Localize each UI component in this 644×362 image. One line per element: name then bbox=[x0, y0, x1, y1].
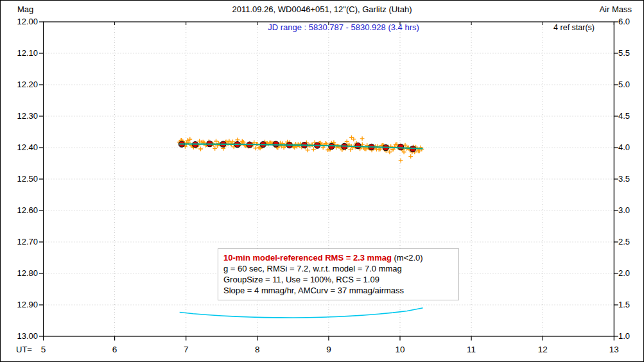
y-left-tick-label: 12.40 bbox=[1, 142, 38, 152]
y-right-tick-label: 3.0 bbox=[618, 205, 630, 215]
y-left-tick-label: 12.10 bbox=[1, 48, 38, 58]
group-mean-point bbox=[398, 144, 404, 150]
x-tick-label: 11 bbox=[457, 345, 485, 354]
x-tick-label: 5 bbox=[30, 345, 58, 354]
x-tick-label: 10 bbox=[386, 345, 414, 354]
y-right-tick-label: 4.5 bbox=[618, 111, 630, 121]
y-left-tick-label: 12.90 bbox=[1, 300, 38, 309]
plot-area bbox=[1, 1, 644, 362]
light-curve-chart: Mag 2011.09.26, WD0046+051, 12"(C), Garl… bbox=[0, 0, 644, 362]
y-left-tick-label: 12.60 bbox=[1, 205, 38, 215]
annotation-rms-line: 10-min model-referenced RMS = 2.3 mmag (… bbox=[223, 252, 453, 263]
x-tick-label: 13 bbox=[600, 345, 628, 354]
y-left-tick-label: 12.80 bbox=[1, 268, 38, 278]
y-left-tick-label: 13.00 bbox=[1, 331, 38, 341]
annotation-groupsize-line: GroupSize = 11, Use = 100%, RCS = 1.09 bbox=[223, 274, 453, 285]
annotation-exposure-line: g = 60 sec, RMSi = 7.2, w.r.t. model = 7… bbox=[223, 263, 453, 274]
x-tick-label: 7 bbox=[172, 345, 200, 354]
y-right-tick-label: 6.0 bbox=[618, 17, 630, 26]
y-left-tick-label: 12.30 bbox=[1, 111, 38, 121]
right-axis-title: Air Mass bbox=[599, 4, 632, 14]
airmass-curve bbox=[180, 308, 423, 318]
y-right-tick-label: 1.5 bbox=[618, 300, 630, 309]
y-right-tick-label: 1.0 bbox=[618, 331, 630, 341]
chart-title: 2011.09.26, WD0046+051, 12"(C), Garlitz … bbox=[1, 4, 643, 14]
y-right-tick-label: 2.5 bbox=[618, 237, 630, 246]
y-right-tick-label: 2.0 bbox=[618, 268, 630, 278]
y-right-tick-label: 4.0 bbox=[618, 142, 630, 152]
y-left-tick-label: 12.00 bbox=[1, 17, 38, 26]
y-left-tick-label: 12.20 bbox=[1, 80, 38, 89]
x-tick-label: 8 bbox=[243, 345, 272, 354]
y-left-tick-label: 12.70 bbox=[1, 237, 38, 246]
annotation-rms-value: 10-min model-referenced RMS = 2.3 mmag bbox=[223, 253, 392, 263]
x-tick-label: 12 bbox=[528, 345, 557, 354]
y-left-tick-label: 12.50 bbox=[1, 174, 38, 184]
y-right-tick-label: 5.5 bbox=[618, 48, 630, 58]
x-tick-label: 9 bbox=[315, 345, 343, 354]
annotation-rms-condition: (m<2.0) bbox=[392, 253, 423, 263]
statistics-annotation-box: 10-min model-referenced RMS = 2.3 mmag (… bbox=[218, 248, 459, 300]
y-right-tick-label: 5.0 bbox=[618, 80, 630, 89]
annotation-slope-line: Slope = 4 mmag/hr, AMCurv = 37 mmag/airm… bbox=[223, 285, 453, 296]
x-tick-label: 6 bbox=[101, 345, 129, 354]
y-right-tick-label: 3.5 bbox=[618, 174, 630, 184]
jd-range-text: JD range : 5830.787 - 5830.928 (3.4 hrs) bbox=[215, 22, 472, 32]
ref-stars-text: 4 ref star(s) bbox=[553, 23, 595, 32]
